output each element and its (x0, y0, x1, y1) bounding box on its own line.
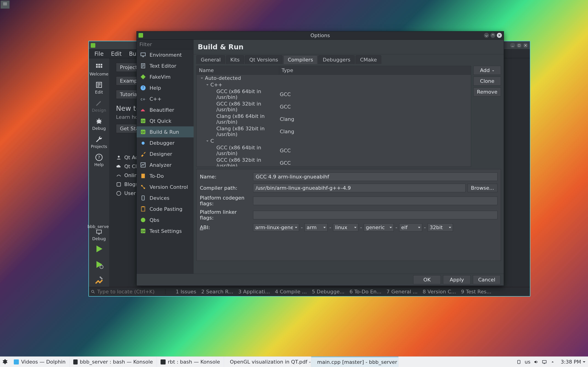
tree-compiler-row[interactable]: GCC (x86 32bit in /usr/bin)GCC (197, 100, 471, 113)
keyboard-layout-indicator[interactable]: us (525, 359, 530, 365)
tree-lang-group[interactable]: C (197, 138, 471, 144)
options-tab-kits[interactable]: Kits (226, 55, 244, 64)
mode-debug[interactable]: Debug (89, 115, 109, 133)
mode-welcome[interactable]: Welcome (89, 60, 109, 79)
locator[interactable] (91, 289, 162, 294)
status-pane[interactable]: 1 Issues (176, 289, 196, 294)
menu-file[interactable]: File (91, 50, 107, 58)
abi-select-5[interactable]: 32bit (428, 223, 453, 232)
clipboard-tray-icon[interactable] (516, 359, 521, 365)
options-filter-input[interactable]: Filter (137, 40, 194, 49)
options-category-qt-quick[interactable]: QtQt Quick (137, 115, 194, 126)
tree-compiler-row[interactable]: GCC (x86 64bit in /usr/bin)GCC (197, 144, 471, 157)
taskbar-task[interactable]: main.cpp [master] - bbb_server - Q… (311, 357, 398, 367)
options-category-c-[interactable]: c++C++ (137, 93, 194, 104)
locator-input[interactable] (97, 289, 162, 294)
options-tab-qt-versions[interactable]: Qt Versions (245, 55, 282, 64)
window-close-button[interactable] (497, 33, 502, 38)
qt-icon: Qt (140, 129, 146, 135)
options-category-designer[interactable]: Designer (137, 148, 194, 159)
window-maximize-button[interactable] (517, 43, 522, 48)
options-category-beautifier[interactable]: Beautifier (137, 104, 194, 115)
abi-select-3[interactable]: generic (364, 223, 394, 232)
options-category-qbs[interactable]: Qbs (137, 215, 194, 225)
tree-col-name[interactable]: Name (197, 66, 279, 75)
abi-select-1[interactable]: arm (304, 223, 328, 232)
tree-compiler-row[interactable]: GCC (x86 64bit in /usr/bin)GCC (197, 88, 471, 100)
tree-col-type[interactable]: Type (279, 66, 471, 75)
options-tab-general[interactable]: General (196, 55, 225, 64)
volume-tray-icon[interactable] (534, 359, 539, 365)
network-tray-icon[interactable] (542, 359, 547, 365)
window-minimize-button[interactable] (484, 33, 489, 38)
tree-compiler-row[interactable]: Clang (x86 64bit in /usr/bin)Clang (197, 113, 471, 125)
options-tab-compilers[interactable]: Compilers (284, 55, 317, 64)
options-titlebar[interactable]: Options (137, 31, 504, 40)
options-category-code-pasting[interactable]: Code Pasting (137, 203, 194, 215)
taskbar-task[interactable]: OpenGL visualization in QT.pdf - O… (224, 357, 311, 367)
status-pane[interactable]: 2 Search R... (201, 289, 233, 294)
kde-start-button[interactable] (0, 357, 10, 367)
triangle-down-icon[interactable] (205, 83, 209, 87)
triangle-down-icon[interactable] (205, 139, 209, 143)
status-pane[interactable]: 5 Debugge... (312, 289, 345, 294)
apply-button[interactable]: Apply (443, 275, 471, 284)
tree-compiler-row[interactable]: Clang (x86 32bit in /usr/bin)Clang (197, 125, 471, 138)
mode-edit[interactable]: Edit (89, 79, 109, 97)
compilers-tree[interactable]: Name Type Auto-detectedC++GCC (x86 64bit… (196, 66, 471, 167)
options-category-build-run[interactable]: QtBuild & Run (137, 126, 194, 137)
status-pane[interactable]: 9 Test Res... (461, 289, 491, 294)
options-category-version-control[interactable]: Version Control (137, 181, 194, 192)
linker-flags-input[interactable] (253, 211, 498, 219)
options-tab-cmake[interactable]: CMake (355, 55, 381, 64)
options-tab-debuggers[interactable]: Debuggers (318, 55, 355, 64)
taskbar-task[interactable]: rbt : bash — Konsole (157, 357, 224, 367)
options-category-fakevim[interactable]: FakeVim (137, 71, 194, 82)
tree-lang-group[interactable]: C++ (197, 81, 471, 88)
status-pane[interactable]: 4 Compile ... (275, 289, 307, 294)
run-debug-button[interactable] (94, 259, 104, 269)
status-pane[interactable]: 6 To-Do En... (350, 289, 381, 294)
mode-help[interactable]: ?Help (89, 151, 109, 169)
menu-edit[interactable]: Edit (108, 50, 125, 58)
window-close-button[interactable] (523, 43, 528, 48)
options-category-environment[interactable]: Environment (137, 49, 194, 60)
abi-select-2[interactable]: linux (333, 223, 358, 232)
taskbar-task[interactable]: bbb_server : bash — Konsole (69, 357, 157, 367)
run-button[interactable] (94, 244, 104, 254)
browse-button[interactable]: Browse... (467, 184, 498, 192)
desktop-menu-button[interactable] (0, 0, 10, 9)
options-category-debugger[interactable]: Debugger (137, 137, 194, 148)
options-category-devices[interactable]: Devices (137, 192, 194, 203)
options-category-to-do[interactable]: To-Do (137, 170, 194, 181)
compiler-path-input[interactable] (253, 184, 466, 192)
window-minimize-button[interactable] (510, 43, 515, 48)
build-button[interactable] (94, 275, 104, 285)
clone-button[interactable]: Clone (473, 77, 501, 85)
window-maximize-button[interactable] (490, 33, 495, 38)
options-category-text-editor[interactable]: Text Editor (137, 60, 194, 71)
tray-expand-icon[interactable] (550, 359, 555, 365)
taskbar-clock[interactable]: 3:38 PM (558, 359, 588, 365)
status-pane[interactable]: 7 General ... (386, 289, 418, 294)
tree-group[interactable]: Auto-detected (197, 75, 471, 81)
abi-select-0[interactable]: arm-linux-generic (253, 223, 299, 232)
taskbar-task[interactable]: Videos — Dolphin (10, 357, 69, 367)
options-category-analyzer[interactable]: Analyzer (137, 159, 194, 170)
abi-select-4[interactable]: elf (399, 223, 422, 232)
target-selector[interactable]: bbb_server Debug (87, 223, 111, 241)
svg-point-12 (118, 156, 120, 158)
triangle-down-icon[interactable] (200, 76, 204, 80)
mode-projects[interactable]: Projects (89, 133, 109, 151)
tree-compiler-row[interactable]: GCC (x86 32bit in /usr/bin)GCC (197, 157, 471, 167)
cancel-button[interactable]: Cancel (473, 275, 501, 284)
compiler-name-input[interactable] (253, 173, 498, 181)
remove-button[interactable]: Remove (473, 87, 501, 96)
status-pane[interactable]: 8 Version C... (423, 289, 456, 294)
codegen-flags-input[interactable] (253, 197, 498, 205)
options-category-help[interactable]: ?Help (137, 82, 194, 93)
options-category-test-settings[interactable]: QATest Settings (137, 225, 194, 236)
status-pane[interactable]: 3 Applicati... (238, 289, 270, 294)
add-button[interactable]: Add (473, 66, 501, 75)
ok-button[interactable]: OK (413, 275, 441, 284)
